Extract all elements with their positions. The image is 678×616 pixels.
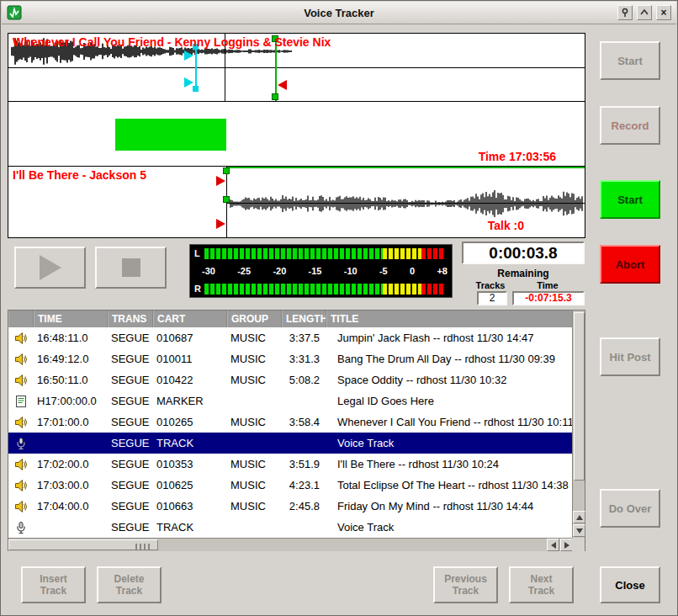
- track1-waveform-panel[interactable]: Whenever I Call You Friend - Kenny Loggi…: [8, 33, 585, 102]
- table-row[interactable]: 17:01:00.0SEGUE010265MUSIC3:58.4Whenever…: [8, 412, 574, 433]
- header-trans[interactable]: TRANS: [108, 311, 153, 327]
- meter-left-label: L: [194, 248, 200, 258]
- remaining-label: Remaining: [462, 268, 585, 279]
- play-icon: [40, 255, 61, 280]
- speaker-icon: [8, 500, 34, 513]
- remaining-tracks-label: Tracks: [465, 280, 516, 290]
- remaining-time-label: Time: [522, 280, 573, 290]
- panel1-divider-line: [8, 67, 585, 68]
- log-table-body: 16:48:11.0SEGUE010687MUSIC3:37.5Jumpin' …: [8, 327, 574, 538]
- fade-marker-handle-bottom[interactable]: [272, 93, 278, 100]
- log-table-header: TIME TRANS CART GROUP LENGTH TITLE: [8, 311, 574, 327]
- segue-marker-handle-bottom[interactable]: [193, 86, 199, 92]
- stop-icon: [122, 258, 140, 277]
- start-active-button[interactable]: Start: [600, 180, 660, 219]
- hit-post-button[interactable]: Hit Post: [600, 337, 660, 376]
- shade-icon[interactable]: [637, 5, 652, 20]
- marker-icon: [8, 395, 34, 408]
- table-row[interactable]: 17:02:00.0SEGUE010353MUSIC3:51.9I'll Be …: [8, 454, 574, 475]
- header-icon-column: [8, 311, 34, 327]
- close-icon[interactable]: ×: [656, 5, 671, 20]
- track2-waveform-panel[interactable]: I'll Be There - Jackson 5 Talk :0: [8, 166, 585, 238]
- table-row-selected[interactable]: SEGUETRACKVoice Track: [8, 433, 574, 454]
- track2-marker-handle-top[interactable]: [223, 167, 230, 174]
- remaining-time-value: -0:07:15.3: [512, 291, 585, 305]
- track2-title: I'll Be There - Jackson 5: [13, 168, 146, 182]
- insert-track-button[interactable]: Insert Track: [21, 566, 86, 603]
- window-title: Voice Tracker: [2, 7, 676, 19]
- speaker-icon: [8, 416, 34, 429]
- delete-track-button[interactable]: Delete Track: [97, 566, 162, 603]
- table-row[interactable]: 17:03:00.0SEGUE010625MUSIC4:23.1Total Ec…: [8, 475, 574, 496]
- close-button[interactable]: Close: [600, 566, 660, 603]
- voice-track-panel[interactable]: Time 17:03:56: [8, 101, 585, 167]
- track2-start-line: [226, 167, 585, 168]
- speaker-icon: [8, 353, 34, 366]
- segue-marker-line[interactable]: [195, 45, 197, 90]
- table-row[interactable]: 17:04:00.0SEGUE010663MUSIC2:45.8Friday O…: [8, 496, 574, 517]
- pin-icon[interactable]: [617, 5, 633, 20]
- track1-title: Whenever I Call You Friend - Kenny Loggi…: [13, 35, 331, 49]
- scroll-up-button[interactable]: [573, 511, 585, 523]
- speaker-icon: [8, 479, 34, 492]
- header-cart[interactable]: CART: [153, 311, 227, 327]
- scroll-down-button[interactable]: [573, 524, 585, 537]
- table-row[interactable]: 16:48:11.0SEGUE010687MUSIC3:37.5Jumpin' …: [8, 327, 574, 348]
- mic-icon: [8, 437, 34, 450]
- vu-meter: L -30-25-20-15-10-50+8 R: [189, 244, 453, 298]
- scrollbar-grip: [135, 544, 151, 550]
- vertical-scrollbar-thumb[interactable]: [574, 312, 585, 481]
- log-table: TIME TRANS CART GROUP LENGTH TITLE 16:48…: [8, 310, 585, 551]
- time-display: Time 17:03:56: [479, 150, 556, 163]
- segue-end-arrow-icon[interactable]: [184, 77, 193, 88]
- header-time[interactable]: TIME: [34, 311, 108, 327]
- voice-tracker-window: Voice Tracker × Whenever I Call You Frie…: [0, 0, 678, 616]
- speaker-icon: [8, 458, 34, 471]
- next-track-button[interactable]: Next Track: [509, 566, 574, 603]
- track2-start-arrow-icon[interactable]: [216, 176, 225, 186]
- scrollbar-corner: [572, 538, 585, 551]
- scroll-right-button[interactable]: [560, 539, 573, 551]
- talk-display: Talk :0: [488, 219, 524, 232]
- speaker-icon: [8, 332, 34, 345]
- table-row[interactable]: 16:50:11.0SEGUE010422MUSIC5:08.2Space Od…: [8, 369, 574, 390]
- table-row[interactable]: 16:49:12.0SEGUE010011MUSIC3:31.3Bang The…: [8, 348, 574, 369]
- scroll-left-button[interactable]: [547, 539, 559, 551]
- track2-marker-handle-mid[interactable]: [223, 196, 230, 203]
- mic-icon: [8, 521, 34, 534]
- record-button[interactable]: Record: [600, 106, 660, 145]
- remaining-tracks-value: 2: [477, 291, 507, 305]
- meter-right-label: R: [194, 284, 201, 294]
- header-title[interactable]: TITLE: [326, 311, 574, 327]
- track2-end-arrow-icon[interactable]: [216, 219, 225, 229]
- vertical-scrollbar[interactable]: [572, 311, 585, 538]
- header-group[interactable]: GROUP: [227, 311, 282, 327]
- header-length[interactable]: LENGTH: [282, 311, 326, 327]
- voice-track-region[interactable]: [115, 119, 226, 151]
- previous-track-button[interactable]: Previous Track: [433, 566, 498, 603]
- speaker-icon: [8, 374, 34, 387]
- meter-scale: -30-25-20-15-10-50+8: [202, 263, 448, 279]
- abort-button[interactable]: Abort: [600, 245, 660, 284]
- meter-right-leds: [204, 284, 445, 295]
- end-marker-arrow-icon[interactable]: [278, 80, 287, 90]
- elapsed-time-display: 0:00:03.8: [462, 242, 585, 264]
- play-button[interactable]: [14, 247, 86, 289]
- start-top-button[interactable]: Start: [600, 41, 660, 80]
- horizontal-scrollbar-thumb[interactable]: [8, 539, 158, 550]
- do-over-button[interactable]: Do Over: [600, 489, 660, 528]
- segue-start-arrow-icon[interactable]: [184, 50, 193, 61]
- table-row[interactable]: H17:00:00.0SEGUEMARKERLegal ID Goes Here: [8, 390, 574, 412]
- table-row[interactable]: SEGUETRACKVoice Track: [8, 517, 574, 538]
- stop-button[interactable]: [95, 247, 167, 289]
- titlebar[interactable]: Voice Tracker ×: [2, 2, 676, 24]
- meter-left-leds: [204, 248, 445, 259]
- horizontal-scrollbar[interactable]: [8, 538, 574, 551]
